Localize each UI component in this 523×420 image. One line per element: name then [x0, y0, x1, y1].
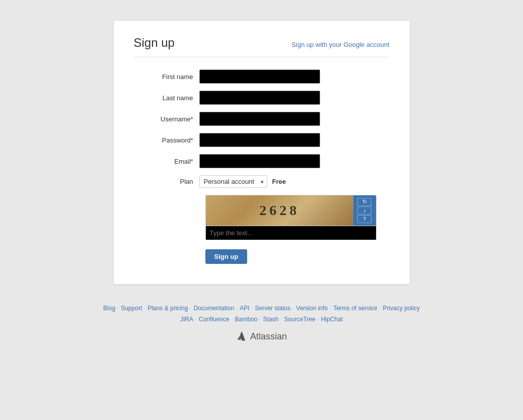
email-required-star: *: [191, 158, 193, 165]
google-signup-link[interactable]: Sign up with your Google account: [291, 41, 389, 48]
footer-server-status-link[interactable]: Server status: [253, 305, 293, 312]
card-header: Sign up Sign up with your Google account: [134, 36, 390, 57]
password-row: Password*: [134, 133, 390, 147]
signup-form: First name Last name Username* Password*: [134, 69, 390, 264]
footer-support-link[interactable]: Support: [119, 305, 144, 312]
footer-sourcetree-link[interactable]: SourceTree: [282, 316, 317, 323]
captcha-row: 2628 ↻ ♪ ?: [205, 195, 390, 240]
footer-stash-link[interactable]: Stash: [261, 316, 281, 323]
password-label: Password*: [134, 136, 199, 144]
last-name-label: Last name: [134, 94, 199, 102]
last-name-row: Last name: [134, 91, 390, 105]
footer-blog-link[interactable]: Blog: [101, 305, 117, 312]
captcha-help-icon: ?: [363, 216, 366, 222]
footer-tos-link[interactable]: Terms of service: [331, 305, 379, 312]
first-name-label: First name: [134, 73, 199, 81]
username-label: Username*: [134, 115, 199, 123]
password-input[interactable]: [199, 133, 320, 147]
password-required-star: *: [191, 137, 193, 144]
footer-docs-link[interactable]: Documentation: [191, 305, 236, 312]
plan-label: Plan: [134, 178, 199, 185]
first-name-row: First name: [134, 69, 390, 84]
email-input[interactable]: [199, 154, 320, 168]
footer: Blog · Support · Plans & pricing · Docum…: [101, 305, 422, 342]
captcha-code: 2628: [259, 202, 300, 219]
plan-free-label: Free: [272, 178, 286, 185]
username-row: Username*: [134, 112, 390, 126]
atlassian-logo: Atlassian: [101, 331, 422, 342]
first-name-input[interactable]: [199, 69, 320, 84]
footer-api-link[interactable]: API: [238, 305, 251, 312]
footer-plans-link[interactable]: Plans & pricing: [145, 305, 190, 312]
captcha-audio-icon: ♪: [363, 207, 366, 214]
footer-hipchat-link[interactable]: HipChat: [319, 316, 345, 323]
atlassian-icon: [236, 331, 247, 342]
footer-links-secondary: JIRA · Confluence · Bamboo · Stash · Sou…: [101, 316, 422, 323]
atlassian-brand-name: Atlassian: [250, 331, 287, 342]
footer-jira-link[interactable]: JIRA: [178, 316, 195, 323]
captcha-refresh-icon: ↻: [362, 198, 367, 205]
captcha-box: 2628 ↻ ♪ ?: [205, 195, 377, 240]
captcha-audio-button[interactable]: ♪: [357, 206, 371, 215]
footer-links-primary: Blog · Support · Plans & pricing · Docum…: [101, 305, 422, 312]
footer-confluence-link[interactable]: Confluence: [197, 316, 232, 323]
captcha-image: 2628: [206, 195, 353, 226]
plan-select-wrapper: Personal account Starter Professional En…: [199, 175, 267, 188]
username-required-star: *: [191, 116, 193, 123]
email-row: Email*: [134, 154, 390, 168]
last-name-input[interactable]: [199, 91, 320, 105]
email-label: Email*: [134, 158, 199, 165]
captcha-refresh-button[interactable]: ↻: [357, 198, 371, 206]
signup-btn-row: Sign up: [205, 249, 390, 264]
footer-bamboo-link[interactable]: Bamboo: [233, 316, 260, 323]
captcha-sidebar: ↻ ♪ ?: [353, 195, 376, 226]
footer-privacy-link[interactable]: Privacy policy: [381, 305, 422, 312]
captcha-help-button[interactable]: ?: [357, 215, 371, 223]
page-title: Sign up: [134, 36, 175, 50]
captcha-image-area: 2628 ↻ ♪ ?: [206, 195, 376, 226]
plan-row: Plan Personal account Starter Profession…: [134, 175, 390, 188]
signup-button[interactable]: Sign up: [205, 249, 248, 264]
username-input[interactable]: [199, 112, 320, 126]
plan-select[interactable]: Personal account Starter Professional En…: [199, 175, 267, 188]
signup-card: Sign up Sign up with your Google account…: [113, 20, 410, 285]
footer-version-link[interactable]: Version info: [294, 305, 330, 312]
captcha-text-input[interactable]: [206, 226, 376, 240]
